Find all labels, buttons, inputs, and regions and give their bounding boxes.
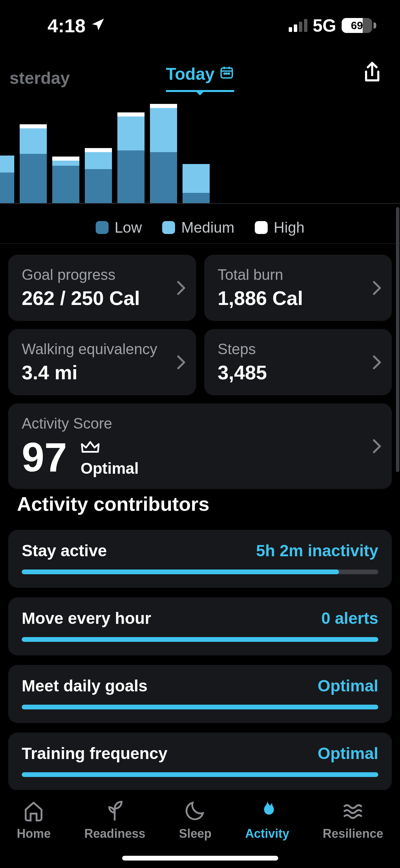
chevron-right-icon — [372, 281, 382, 295]
card-total-burn[interactable]: Total burn 1,886 Cal — [204, 255, 392, 321]
legend-swatch-high — [255, 221, 268, 234]
legend-medium: Medium — [162, 219, 234, 236]
chart-bar — [0, 156, 14, 203]
legend-swatch-medium — [162, 221, 175, 234]
share-button[interactable] — [361, 61, 383, 86]
moon-icon — [183, 799, 207, 822]
chevron-right-icon — [176, 281, 186, 295]
activity-chart[interactable] — [0, 105, 400, 204]
contributor-value: Optimal — [318, 676, 378, 695]
score-value: 97 — [22, 437, 67, 477]
contributor-value: 0 alerts — [321, 609, 378, 628]
card-label: Total burn — [218, 266, 379, 283]
battery-icon: 69 — [342, 18, 376, 33]
signal-icon — [289, 19, 307, 32]
chart-bar — [150, 104, 177, 203]
tab-yesterday[interactable]: sterday — [9, 68, 70, 88]
contributor-value: 5h 2m inactivity — [256, 541, 378, 560]
chart-bar — [183, 164, 210, 203]
svg-point-5 — [226, 73, 227, 74]
card-value: 3,485 — [218, 361, 379, 384]
chart-bar — [85, 148, 112, 203]
card-activity-score[interactable]: Activity Score 97 Optimal — [8, 403, 392, 489]
legend-medium-label: Medium — [181, 219, 234, 236]
header: sterday Today — [0, 58, 400, 98]
legend-high: High — [255, 219, 305, 236]
contributor-bar — [22, 569, 378, 574]
status-right: 5G 69 — [289, 15, 376, 36]
contributor-item[interactable]: Training frequencyOptimal — [8, 733, 392, 791]
tab-label: Resilience — [323, 827, 383, 841]
card-walking-equivalency[interactable]: Walking equivalency 3.4 mi — [8, 329, 196, 395]
svg-point-6 — [228, 73, 229, 74]
tab-label: Activity — [245, 827, 289, 841]
tab-home[interactable]: Home — [17, 799, 51, 841]
legend-low-label: Low — [115, 219, 142, 236]
card-label: Walking equivalency — [22, 341, 183, 358]
contributor-name: Move every hour — [22, 609, 151, 628]
scroll-indicator[interactable] — [396, 207, 399, 472]
tab-today[interactable]: Today — [166, 64, 234, 92]
contributor-name: Meet daily goals — [22, 676, 148, 695]
network-label: 5G — [313, 15, 336, 36]
tab-activity[interactable]: Activity — [245, 799, 289, 841]
contributor-value: Optimal — [318, 744, 378, 763]
card-value: 3.4 mi — [22, 361, 183, 384]
calendar-icon — [219, 64, 234, 84]
svg-point-4 — [224, 73, 225, 74]
legend-low: Low — [96, 219, 142, 236]
chevron-right-icon — [372, 439, 382, 454]
tab-resilience[interactable]: Resilience — [323, 799, 383, 841]
chart-bar — [52, 157, 79, 203]
waves-icon — [341, 799, 365, 822]
crown-icon — [80, 440, 100, 456]
chevron-right-icon — [372, 355, 382, 370]
stats-cards: Goal progress 262 / 250 Cal Total burn 1… — [8, 255, 392, 489]
contributor-bar — [22, 772, 378, 777]
contributor-bar — [22, 705, 378, 709]
plant-icon — [103, 799, 127, 822]
score-status: Optimal — [80, 459, 138, 477]
contributor-bar — [22, 637, 378, 642]
tab-sleep[interactable]: Sleep — [179, 799, 211, 841]
tab-readiness[interactable]: Readiness — [84, 799, 145, 841]
section-heading: Activity contributors — [17, 492, 209, 515]
tab-today-label: Today — [166, 64, 215, 84]
status-time: 4:18 — [47, 15, 85, 37]
tab-label: Readiness — [84, 827, 145, 841]
tab-label: Sleep — [179, 827, 211, 841]
home-indicator[interactable] — [122, 856, 278, 861]
contributor-item[interactable]: Meet daily goalsOptimal — [8, 665, 392, 723]
card-label: Activity Score — [22, 415, 378, 432]
card-goal-progress[interactable]: Goal progress 262 / 250 Cal — [8, 255, 196, 321]
location-icon — [90, 15, 105, 37]
chevron-right-icon — [176, 355, 186, 370]
home-icon — [22, 799, 45, 822]
chart-bar — [20, 124, 47, 203]
card-steps[interactable]: Steps 3,485 — [204, 329, 392, 395]
contributor-name: Stay active — [22, 541, 107, 560]
flame-icon — [255, 799, 279, 822]
legend-high-label: High — [274, 219, 305, 236]
tab-label: Home — [17, 827, 51, 841]
battery-level: 69 — [342, 18, 372, 33]
contributor-item[interactable]: Move every hour0 alerts — [8, 597, 392, 655]
chart-legend: Low Medium High — [0, 211, 400, 244]
card-value: 262 / 250 Cal — [22, 287, 183, 309]
legend-swatch-low — [96, 221, 109, 234]
card-label: Goal progress — [22, 266, 183, 283]
chart-bar — [117, 112, 145, 203]
contributor-name: Training frequency — [22, 744, 167, 763]
status-bar: 4:18 5G 69 — [0, 0, 400, 51]
contributor-item[interactable]: Stay active5h 2m inactivity — [8, 530, 392, 588]
status-left: 4:18 — [47, 15, 105, 37]
card-value: 1,886 Cal — [218, 287, 379, 309]
card-label: Steps — [218, 341, 379, 358]
